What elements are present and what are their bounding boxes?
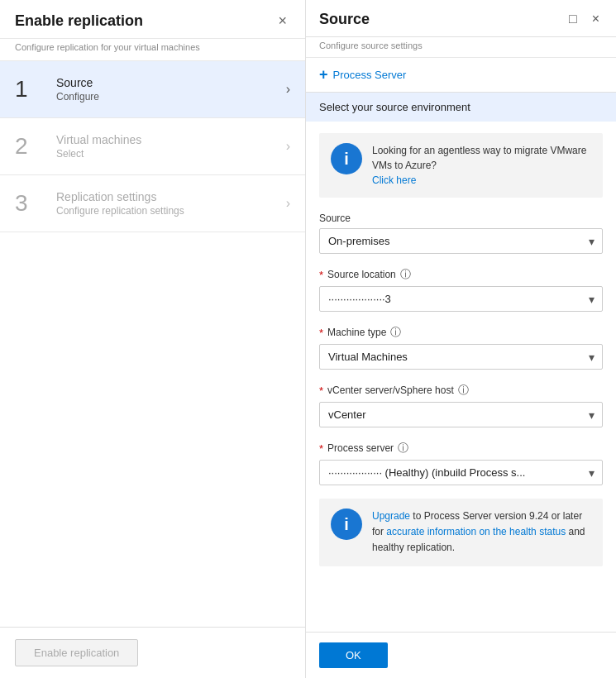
source-select[interactable]: On-premisesAzure <box>319 228 603 254</box>
enable-replication-button[interactable]: Enable replication <box>15 639 138 666</box>
step-2-label: Virtual machines <box>56 133 141 146</box>
click-here-link[interactable]: Click here <box>372 174 416 186</box>
health-status-link[interactable]: accurate information on the health statu… <box>386 526 566 537</box>
upgrade-link[interactable]: Upgrade <box>372 510 410 522</box>
right-panel: Source □ × Configure source settings + P… <box>306 0 616 678</box>
right-panel-title: Source <box>319 11 370 28</box>
machine-type-info-icon: ⓘ <box>390 325 401 340</box>
upgrade-info-circle-icon: i <box>331 508 362 540</box>
source-location-info-icon: ⓘ <box>400 267 411 282</box>
form-section: Source On-premisesAzure * Source locatio… <box>306 212 616 485</box>
select-env-bar: Select your source environment <box>306 93 616 122</box>
upgrade-box: i Upgrade to Process Server version 9.24… <box>319 499 603 566</box>
step-1-number: 1 <box>15 76 45 103</box>
source-location-field-group: * Source location ⓘ ···················3 <box>319 267 603 312</box>
source-location-select[interactable]: ···················3 <box>319 286 603 312</box>
machine-type-field-group: * Machine type ⓘ Virtual MachinesPhysica… <box>319 325 603 370</box>
left-header: Enable replication × <box>0 0 305 39</box>
process-server-field-group: * Process server ⓘ ·················· (H… <box>319 441 603 485</box>
step-1-text: Source Configure <box>56 76 99 103</box>
upgrade-box-text: Upgrade to Process Server version 9.24 o… <box>372 508 591 556</box>
add-icon: + <box>319 66 328 84</box>
step-2-sublabel: Select <box>56 148 141 160</box>
vcenter-info-icon: ⓘ <box>458 383 469 398</box>
step-3-sublabel: Configure replication settings <box>56 205 184 217</box>
step-1-chevron-icon: › <box>286 82 290 97</box>
left-panel: Enable replication × Configure replicati… <box>0 0 306 678</box>
machine-type-required-star: * <box>319 327 323 339</box>
left-footer: Enable replication <box>0 627 305 678</box>
maximize-button[interactable]: □ <box>566 10 580 28</box>
vcenter-field-group: * vCenter server/vSphere host ⓘ vCenter <box>319 383 603 427</box>
source-field-group: Source On-premisesAzure <box>319 212 603 254</box>
right-header: Source □ × <box>306 0 616 37</box>
step-2-text: Virtual machines Select <box>56 133 141 160</box>
machine-type-select[interactable]: Virtual MachinesPhysical Machines <box>319 344 603 370</box>
info-box: i Looking for an agentless way to migrat… <box>319 133 603 198</box>
source-location-required-star: * <box>319 269 323 281</box>
source-location-select-wrapper: ···················3 <box>319 286 603 312</box>
steps-container: 1 Source Configure › 2 Virtual machines … <box>0 61 305 627</box>
source-location-label: * Source location ⓘ <box>319 267 603 282</box>
main-container: Enable replication × Configure replicati… <box>0 0 616 678</box>
process-server-label[interactable]: Process Server <box>333 69 407 81</box>
step-1-label: Source <box>56 76 99 89</box>
process-server-select[interactable]: ·················· (Healthy) (inbuild Pr… <box>319 460 603 485</box>
right-content: Select your source environment i Looking… <box>306 93 616 632</box>
step-1-sublabel: Configure <box>56 91 99 103</box>
vcenter-required-star: * <box>319 384 323 397</box>
right-close-button[interactable]: × <box>589 10 603 28</box>
step-2-number: 2 <box>15 133 45 160</box>
source-select-wrapper: On-premisesAzure <box>319 228 603 254</box>
left-panel-title: Enable replication <box>15 12 143 30</box>
right-footer: OK <box>306 632 616 678</box>
process-server-form-label: * Process server ⓘ <box>319 441 603 456</box>
step-2-chevron-icon: › <box>286 139 290 154</box>
info-circle-icon: i <box>331 143 362 174</box>
vcenter-label: * vCenter server/vSphere host ⓘ <box>319 383 603 398</box>
step-3-number: 3 <box>15 190 45 217</box>
step-1[interactable]: 1 Source Configure › <box>0 61 305 118</box>
left-close-button[interactable]: × <box>275 12 290 30</box>
right-subtitle: Configure source settings <box>306 37 616 58</box>
step-3[interactable]: 3 Replication settings Configure replica… <box>0 175 305 232</box>
process-server-info-icon: ⓘ <box>398 441 408 456</box>
ok-button[interactable]: OK <box>319 642 388 668</box>
process-server-required-star: * <box>319 442 323 455</box>
info-box-description: Looking for an agentless way to migrate … <box>372 145 586 171</box>
source-label: Source <box>319 212 603 224</box>
vcenter-select-wrapper: vCenter <box>319 402 603 427</box>
step-3-label: Replication settings <box>56 190 184 203</box>
info-box-text: Looking for an agentless way to migrate … <box>372 143 591 188</box>
right-header-icons: □ × <box>566 10 603 28</box>
process-server-select-wrapper: ·················· (Healthy) (inbuild Pr… <box>319 460 603 485</box>
step-3-text: Replication settings Configure replicati… <box>56 190 184 217</box>
step-2[interactable]: 2 Virtual machines Select › <box>0 118 305 175</box>
process-server-bar[interactable]: + Process Server <box>306 58 616 93</box>
machine-type-select-wrapper: Virtual MachinesPhysical Machines <box>319 344 603 370</box>
vcenter-select[interactable]: vCenter <box>319 402 603 427</box>
step-3-chevron-icon: › <box>286 196 290 211</box>
left-subtitle: Configure replication for your virtual m… <box>0 39 305 61</box>
machine-type-label: * Machine type ⓘ <box>319 325 603 340</box>
